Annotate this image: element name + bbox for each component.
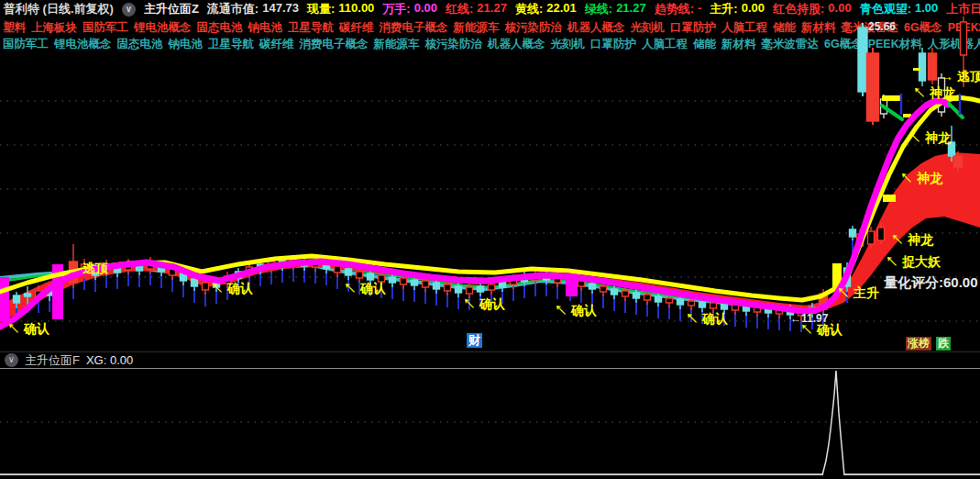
candle-body [743, 306, 750, 311]
sector-tag[interactable]: 储能 [773, 20, 796, 36]
chevron-down-icon[interactable]: ∨ [5, 353, 18, 367]
sector-tag[interactable]: 毫米波雷达 [842, 20, 899, 36]
sector-tag[interactable]: 国防军工 [3, 37, 49, 52]
main-indicator-name[interactable]: 主升位面Z [144, 1, 199, 17]
candle-body [302, 261, 308, 266]
chevron-down-icon[interactable]: ∨ [122, 3, 136, 17]
sector-tag[interactable]: 6G概念 [904, 20, 942, 36]
topbar-fields: 流通市值:147.73现量:110.00万手:0.00红线:21.27黄线:22… [207, 1, 980, 17]
candle-body [104, 265, 110, 272]
topbar: 普利特 (日线.前复权) ∨ 主升位面Z 流通市值:147.73现量:110.0… [0, 0, 980, 18]
candle-body [578, 281, 585, 286]
sector-tag[interactable]: 人脑工程 [721, 20, 767, 36]
sector-tag[interactable]: 人形机器人 [928, 37, 980, 52]
sector-tag[interactable]: 6G概念 [824, 37, 863, 52]
field-value: - [698, 1, 701, 17]
candle-body [70, 262, 78, 283]
candle-body [765, 307, 772, 313]
sector-tag[interactable]: 上海板块 [31, 20, 77, 36]
candle-body [644, 295, 651, 300]
candle-body [633, 293, 640, 298]
fall-board-button[interactable]: 跌 [936, 337, 951, 351]
sector-tag[interactable]: 新能源车 [374, 37, 420, 52]
sector-tag[interactable]: 新材料 [801, 20, 836, 36]
sector-tag[interactable]: 消费电子概念 [300, 37, 369, 52]
sector-tag[interactable]: 光刻机 [551, 37, 586, 52]
yellow-trend-line [0, 97, 980, 300]
stock-name[interactable]: 普利特 (日线.前复权) [4, 1, 114, 17]
sector-tag[interactable]: PEEK材料 [948, 20, 980, 36]
sector-tag[interactable]: 储能 [693, 37, 716, 52]
candle-body [170, 268, 176, 275]
sector-tag[interactable]: 固态电池 [197, 20, 243, 36]
indicator-bar [52, 264, 63, 319]
candle-body [939, 78, 945, 112]
sector-tag[interactable]: 卫星导航 [288, 20, 334, 36]
candle-body [357, 272, 363, 278]
signal-annotation: 量化评分:60.00 [884, 274, 978, 290]
sector-tag[interactable]: 碳纤维 [259, 37, 294, 52]
indicator-bar [832, 263, 842, 289]
candle-body [655, 296, 662, 302]
candle-body [787, 309, 794, 315]
sector-tag[interactable]: 碳纤维 [339, 20, 374, 36]
candle-body [14, 295, 20, 303]
sector-tag[interactable]: 锂电池概念 [134, 20, 192, 36]
field-value: 21.27 [477, 1, 507, 17]
sector-tag[interactable]: 核污染防治 [425, 37, 483, 52]
candle-body [600, 286, 607, 292]
sector-tag[interactable]: 机器人概念 [488, 37, 545, 52]
topbar-field: 黄线:22.01 [515, 1, 577, 17]
sector-tags-row2: 国防军工锂电池概念固态电池钠电池卫星导航碳纤维消费电子概念新能源车核污染防治机器… [3, 36, 980, 52]
sector-tag[interactable]: 毫米波雷达 [762, 37, 820, 52]
candle-body [809, 307, 816, 313]
topbar-field: 现量:110.00 [307, 1, 374, 17]
sector-tag[interactable]: 卫星导航 [208, 37, 254, 52]
sector-tag[interactable]: 人脑工程 [642, 37, 688, 52]
sector-tag[interactable]: 钠电池 [169, 37, 204, 52]
field-value: 21.27 [616, 1, 646, 17]
candle-body [710, 303, 717, 308]
candle-body [456, 286, 462, 293]
red-trend-band [0, 152, 980, 323]
field-value: 0.00 [742, 1, 765, 17]
signal-annotation: → 逃顶 [941, 69, 980, 84]
sector-tag[interactable]: 口罩防护 [670, 20, 716, 36]
candle-body [368, 273, 374, 280]
signal-annotation: ↖ 捉大妖 [886, 254, 941, 269]
field-value: 110.00 [338, 1, 374, 17]
sector-tag[interactable]: PEEK材料 [868, 37, 922, 52]
rise-board-button[interactable]: 涨榜 [906, 337, 931, 351]
magenta-main-line [0, 101, 948, 327]
sector-tag[interactable]: 新能源车 [454, 20, 500, 36]
panel2-indicator-name[interactable]: 主升位面F [25, 352, 80, 369]
sector-tag[interactable]: 固态电池 [117, 37, 163, 52]
candle-body [820, 294, 828, 309]
sector-tag[interactable]: 新材料 [721, 37, 756, 52]
indicator-segment [882, 106, 902, 119]
candle-body [677, 299, 684, 305]
candle-body [500, 282, 506, 287]
sector-tag[interactable]: 口罩防护 [590, 37, 636, 52]
field-value: 22.01 [546, 1, 577, 17]
sector-tag[interactable]: 国防军工 [83, 20, 128, 36]
field-label: 红线: [446, 1, 473, 17]
candle-body [313, 262, 319, 267]
signal-annotation: ↖ 神龙 [913, 85, 956, 100]
panel2-signal-value: XG: 0.00 [86, 353, 133, 367]
sector-tag[interactable]: 核污染防治 [505, 20, 563, 36]
candle-body [203, 283, 209, 290]
candle-body [467, 287, 473, 294]
sector-tag[interactable]: 钠电池 [248, 20, 283, 36]
sector-tag[interactable]: 消费电子概念 [380, 20, 448, 36]
signal-annotation: ↖ 神龙 [908, 130, 952, 145]
sector-tag[interactable]: 塑料 [3, 20, 26, 36]
sector-tag[interactable]: 光刻机 [631, 20, 666, 36]
field-label: 青色观望: [860, 1, 911, 17]
green-ma-line [0, 263, 854, 306]
signal-annotation: ↖ 确认 [686, 311, 728, 326]
field-value: 147.73 [262, 1, 299, 17]
sector-tag[interactable]: 锂电池概念 [54, 37, 112, 52]
sector-tag[interactable]: 机器人概念 [567, 20, 625, 36]
topbar-field: 红线:21.27 [446, 1, 507, 17]
